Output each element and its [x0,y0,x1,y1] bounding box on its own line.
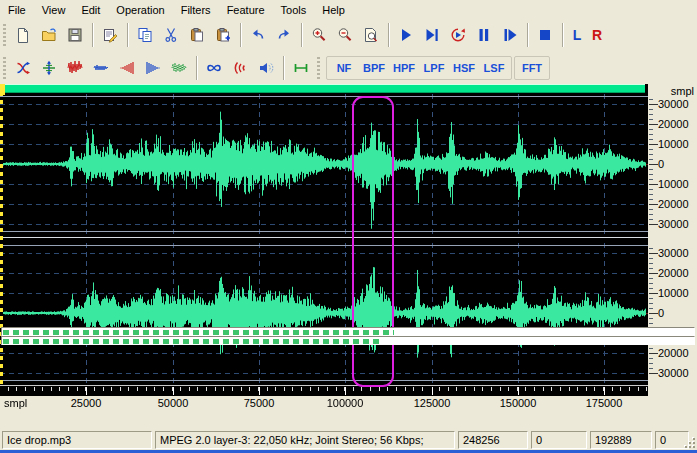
save-file-button[interactable] [63,23,87,47]
filter-hsf-button[interactable]: HSF [449,58,479,78]
cursor-marker[interactable] [0,84,5,95]
menu-tools[interactable]: Tools [273,2,315,18]
loop-play-button[interactable] [446,23,470,47]
time-tick-label: 150000 [500,397,537,409]
amplitude-tick-label: 10000 [658,178,695,190]
resume-button[interactable] [498,23,522,47]
resize-grip[interactable] [683,436,695,448]
toolbar-separator [127,23,128,47]
menu-feature[interactable]: Feature [219,2,273,18]
amplify-button[interactable] [63,56,87,80]
play-to-end-button[interactable] [420,23,444,47]
file-properties-icon [102,27,118,43]
time-axis-labels: smpl 25000500007500010000012500015000017… [0,396,697,410]
toolbar-separator [562,23,563,47]
ruler-major-tick [432,387,433,395]
menu-operation[interactable]: Operation [108,2,172,18]
menu-help[interactable]: Help [314,2,353,18]
menu-view[interactable]: View [34,2,74,18]
fade-out-icon [145,60,161,76]
toolbar-drag-handle[interactable] [3,57,6,79]
amplitude-tick-label: 10000 [658,287,695,299]
amplitude-tick-label: 20000 [658,347,695,359]
speaker-button[interactable] [254,56,278,80]
toolbar-separator [283,56,284,80]
toolbar-drag-handle[interactable] [317,57,320,79]
normalize-icon [171,60,187,76]
time-tick-label: 25000 [71,397,102,409]
menu-edit[interactable]: Edit [73,2,108,18]
open-file-button[interactable] [37,23,61,47]
overview-bar-left[interactable] [1,327,695,336]
amplitude-tick-label: 0 [658,158,695,170]
echo-icon [232,60,248,76]
amplitude-tick-label: 20000 [658,198,695,210]
stop-icon [537,27,553,43]
menu-filters[interactable]: Filters [173,2,219,18]
paste-button[interactable] [185,23,209,47]
amplitude-tick-label: 30000 [658,367,695,379]
play-button[interactable] [394,23,418,47]
zoom-in-button[interactable] [307,23,331,47]
echo-button[interactable] [228,56,252,80]
pause-icon [476,27,492,43]
channel-right-button[interactable]: R [587,23,607,47]
toolbar-separator [196,56,197,80]
fade-out-button[interactable] [141,56,165,80]
amplify-icon [67,60,83,76]
waveform-area [0,84,648,396]
pause-button[interactable] [472,23,496,47]
fft-button[interactable]: FFT [517,58,547,78]
new-file-button[interactable] [11,23,35,47]
paste-icon [189,27,205,43]
ruler-major-tick [518,387,519,395]
fade-in-button[interactable] [115,56,139,80]
toolbar-main: LR [0,19,697,51]
toolbar-separator [240,23,241,47]
zoom-selection-button[interactable] [359,23,383,47]
marker-button[interactable] [289,56,313,80]
paste-mix-button[interactable] [211,23,235,47]
time-tick-label: 125000 [414,397,451,409]
waveform-channel-left[interactable] [0,94,648,234]
stop-button[interactable] [533,23,557,47]
filter-bpf-button[interactable]: BPF [359,58,389,78]
menu-file[interactable]: File [0,2,34,18]
attenuate-icon [93,60,109,76]
amplitude-major-tick [649,293,658,294]
status-bar: Ice drop.mp3 MPEG 2.0 layer-3: 22,050 kH… [0,430,697,450]
reverse-button[interactable] [202,56,226,80]
filter-nf-button[interactable]: NF [329,58,359,78]
open-file-icon [41,27,57,43]
filter-lpf-button[interactable]: LPF [419,58,449,78]
fade-in-icon [119,60,135,76]
undo-icon [250,27,266,43]
status-filename: Ice drop.mp3 [2,431,152,449]
toolbar-drag-handle[interactable] [3,24,6,46]
waveform-channel-right[interactable] [0,243,648,383]
file-properties-button[interactable] [98,23,122,47]
overview-bar-right[interactable] [1,336,695,345]
dc-offset-button[interactable] [37,56,61,80]
swap-channels-button[interactable] [11,56,35,80]
loop-play-icon [450,27,466,43]
main-area: smpl 3000020000100000100002000030000 300… [0,84,697,410]
amplitude-major-tick [649,353,658,354]
filter-hpf-button[interactable]: HPF [389,58,419,78]
undo-button[interactable] [246,23,270,47]
cut-button[interactable] [159,23,183,47]
normalize-button[interactable] [167,56,191,80]
position-bar[interactable] [2,84,645,93]
amplitude-tick-label: 20000 [658,118,695,130]
time-ruler[interactable] [0,385,648,396]
filter-lsf-button[interactable]: LSF [479,58,509,78]
zoom-out-button[interactable] [333,23,357,47]
attenuate-button[interactable] [89,56,113,80]
amplitude-major-tick [649,273,658,274]
channel-left-button[interactable]: L [567,23,587,47]
redo-button[interactable] [272,23,296,47]
copy-button[interactable] [133,23,157,47]
copy-icon [137,27,153,43]
channel-separator [0,237,648,238]
channel-right-label: R [592,27,602,43]
